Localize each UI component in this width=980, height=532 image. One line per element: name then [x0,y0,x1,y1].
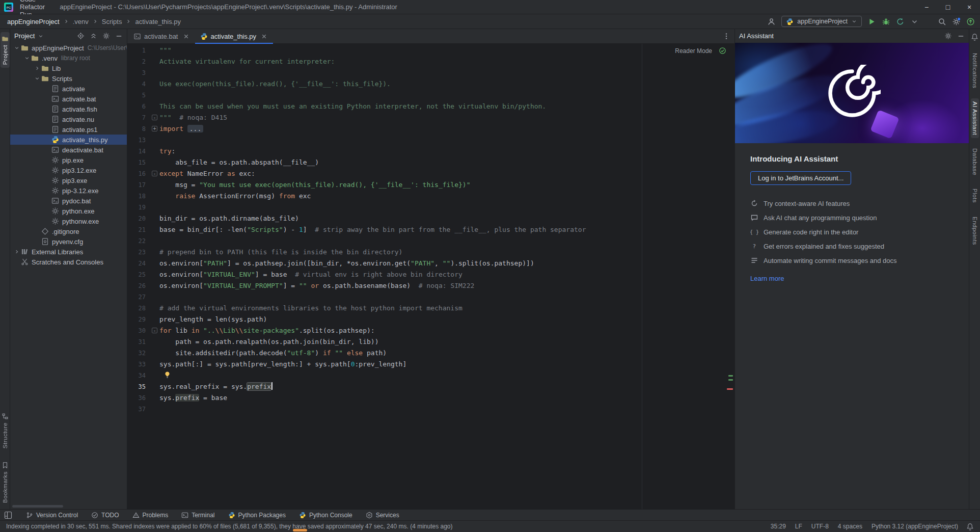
tree-item-activate-ps1[interactable]: activate.ps1 [10,124,127,135]
fold-collapse-icon[interactable]: - [152,115,157,120]
code-line[interactable]: 29prev_length = len(sys.path) [127,314,734,325]
code-line[interactable]: 3 [127,67,734,78]
code-line[interactable]: 17 msg = "You must use exec(open(this_fi… [127,179,734,191]
layout-icon[interactable] [4,511,12,519]
code-line[interactable]: 30-for lib in "..\\Lib\\site-packages".s… [127,325,734,336]
status-indent[interactable]: 4 spaces [838,523,862,530]
target-icon[interactable] [77,32,85,40]
tree-item-activate[interactable]: activate [10,84,127,94]
code-line[interactable]: 22 [127,235,734,247]
close-icon[interactable] [182,33,190,40]
tool-window-problems[interactable]: Problems [126,510,175,520]
code-line[interactable]: 2Activate virtualenv for current interpr… [127,56,734,67]
tree-item-pydoc-bat[interactable]: pydoc.bat [10,196,127,206]
tool-window-version-control[interactable]: Version Control [19,510,85,520]
close-button[interactable]: × [959,0,980,14]
tool-window-todo[interactable]: TODO [85,510,125,520]
tree-item-appengineproject[interactable]: appEngineProjectC:\Users\User\Pyc [10,43,127,53]
fold-collapse-icon[interactable]: - [152,328,157,333]
code-line[interactable]: 14try: [127,146,734,157]
status-interpreter[interactable]: Python 3.12 (appEngineProject) [872,523,958,530]
code-line[interactable]: 34 [127,370,734,381]
sidebar-item-project[interactable]: Project [1,32,10,68]
breadcrumb-item[interactable]: activate_this.py [133,17,183,26]
gear-icon[interactable] [944,32,952,40]
fold-collapse-icon[interactable]: - [152,171,157,176]
breadcrumb-item[interactable]: appEngineProject [5,17,62,26]
reader-mode-label[interactable]: Reader Mode [675,47,712,55]
tree-item-python-exe[interactable]: python.exe [10,206,127,216]
chevron-right-icon[interactable] [13,249,20,255]
code-line[interactable]: 27 [127,291,734,303]
code-line[interactable]: 16-except NameError as exc: [127,168,734,179]
fold-expand-icon[interactable]: + [152,126,157,131]
code-line[interactable]: 26os.environ["VIRTUAL_ENV_PROMPT"] = "" … [127,280,734,291]
code-line[interactable]: 19 [127,202,734,213]
tree-item--gitignore[interactable]: .gitignore [10,226,127,236]
close-icon[interactable] [260,33,268,40]
code-editor[interactable]: 1"""2Activate virtualenv for current int… [127,44,734,509]
bug-icon[interactable] [882,17,890,26]
tool-stripe-plots[interactable]: Plots [971,185,979,206]
tree-item-pythonw-exe[interactable]: pythonw.exe [10,216,127,226]
maximize-button[interactable]: □ [937,0,959,14]
status-encoding[interactable]: UTF-8 [811,523,829,530]
login-jetbrains-button[interactable]: Log in to JetBrains Account... [750,171,851,185]
tab-options-icon[interactable] [722,32,730,40]
chevron-right-icon[interactable] [34,65,41,71]
settings-dot-icon[interactable] [952,17,961,26]
code-line[interactable]: 20bin_dir = os.path.dirname(abs_file) [127,213,734,224]
code-line[interactable]: 28# add the virtual environments librari… [127,303,734,314]
minimize-button[interactable]: − [916,0,937,14]
collapse-icon[interactable] [90,32,97,40]
chevron-down-icon[interactable] [13,45,20,51]
code-line[interactable]: 35sys.real_prefix = sys.prefix [127,381,734,392]
code-line[interactable]: 23# prepend bin to PATH (this file is in… [127,247,734,258]
tool-window-python-console[interactable]: Python Console [292,510,359,520]
chevron-down-icon[interactable] [38,33,44,39]
code-line[interactable]: 5 [127,90,734,101]
code-line[interactable]: 7-""" # noqa: D415 [127,112,734,123]
bell-icon[interactable] [966,523,974,530]
rerun-icon[interactable] [896,17,905,26]
horizontal-scrollbar[interactable] [12,505,63,508]
code-line[interactable]: 33sys.path[:] = sys.path[prev_length:] +… [127,359,734,370]
search-icon[interactable] [938,17,946,26]
tool-stripe-notifications[interactable]: Notifications [971,50,979,91]
tree-item-pip-exe[interactable]: pip.exe [10,155,127,165]
code-line[interactable]: 1""" [127,45,734,56]
code-line[interactable]: 15 abs_file = os.path.abspath(__file__) [127,157,734,168]
tree-item-pip3-12-exe[interactable]: pip3.12.exe [10,165,127,175]
chevron-down-icon[interactable] [910,17,919,26]
tool-stripe-endpoints[interactable]: Endpoints [971,214,979,248]
breadcrumb-item[interactable]: .venv [71,17,91,26]
gear-icon[interactable] [102,32,110,40]
tree-item-lib[interactable]: Lib [10,63,127,73]
tree-item-activate-nu[interactable]: activate.nu [10,114,127,124]
code-line[interactable]: 6This can be used when you must use an e… [127,101,734,112]
tree-item-scripts[interactable]: Scripts [10,73,127,84]
update-icon[interactable] [966,17,975,26]
chevron-down-icon[interactable] [34,75,41,82]
learn-more-link[interactable]: Learn more [750,275,784,282]
play-icon[interactable] [867,17,876,26]
sidebar-item-structure[interactable]: Structure [1,410,10,451]
user-icon[interactable] [767,17,776,26]
status-caret-position[interactable]: 35:29 [771,523,786,530]
notifications-icon[interactable] [971,33,978,41]
tool-window-services[interactable]: Services [359,510,406,520]
sidebar-item-bookmarks[interactable]: Bookmarks [1,459,10,506]
code-line[interactable]: 4Use exec(open(this_file).read(), {'__fi… [127,78,734,90]
chevron-down-icon[interactable] [23,55,31,61]
run-config-selector[interactable]: appEngineProject [781,16,862,27]
code-line[interactable]: 21base = bin_dir[: -len("Scripts") - 1] … [127,224,734,235]
tree-item-pip-3-12-exe[interactable]: pip-3.12.exe [10,185,127,196]
code-line[interactable]: 18 raise AssertionError(msg) from exc [127,191,734,202]
code-line[interactable]: 25os.environ["VIRTUAL_ENV"] = base # vir… [127,269,734,280]
editor-tab-activate-bat[interactable]: activate.bat [128,29,195,43]
minus-icon[interactable] [115,32,123,40]
tool-window-python-packages[interactable]: Python Packages [222,510,292,520]
tree-item-external-libraries[interactable]: External Libraries [10,247,127,257]
tree-item-pyvenv-cfg[interactable]: pyvenv.cfg [10,236,127,247]
tree-item-deactivate-bat[interactable]: deactivate.bat [10,145,127,155]
